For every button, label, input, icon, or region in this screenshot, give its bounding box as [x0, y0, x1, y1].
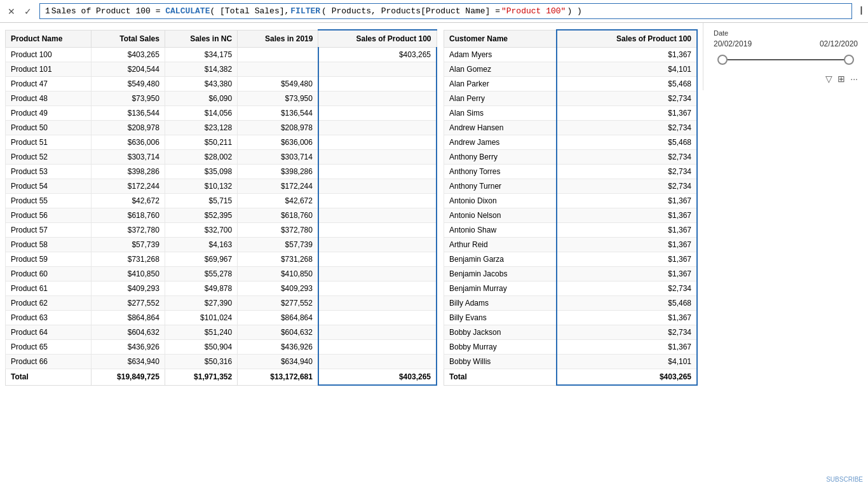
right-table-cell: $1,367 — [557, 311, 697, 325]
table-icon[interactable]: ⊞ — [837, 74, 845, 84]
right-table-row: Bobby Murray$1,367 — [444, 340, 698, 355]
left-table-cell: $57,739 — [238, 238, 318, 252]
left-table-cell: $398,286 — [92, 165, 165, 179]
left-table-cell: $731,268 — [92, 252, 165, 267]
right-table-cell: $5,468 — [557, 296, 697, 311]
date-slider[interactable] — [714, 53, 858, 66]
left-table-row: Product 56$618,760$52,395$618,760 — [6, 208, 437, 223]
right-table-header-row: Customer Name Sales of Product 100 — [444, 30, 698, 48]
left-table-cell: Product 62 — [6, 296, 92, 311]
right-table-cell: $5,468 — [557, 135, 697, 150]
left-table-cell — [318, 325, 437, 340]
left-table-cell: $14,382 — [165, 62, 237, 77]
left-table-row: Product 64$604,632$51,240$604,632 — [6, 325, 437, 340]
right-table-cell: $4,101 — [557, 355, 697, 369]
left-table-cell: $35,098 — [165, 165, 237, 179]
left-table-cell — [318, 296, 437, 311]
filter-icon[interactable]: ▽ — [825, 74, 832, 84]
slider-thumb-left[interactable] — [717, 55, 728, 65]
left-table-cell: $409,293 — [92, 281, 165, 296]
left-table-cell: Product 51 — [6, 135, 92, 150]
left-table-row: Product 48$73,950$6,090$73,950 — [6, 92, 437, 106]
left-table-footer: Total$19,849,725$1,971,352$13,172,681$40… — [6, 369, 437, 386]
left-table-footer-cell: $1,971,352 — [165, 369, 237, 386]
left-table-cell — [318, 267, 437, 281]
right-table-cell: Anthony Turner — [444, 179, 557, 194]
slider-fill — [720, 59, 851, 60]
left-table-cell: $42,672 — [238, 194, 318, 208]
left-table-cell — [318, 165, 437, 179]
left-table-cell: $549,480 — [238, 77, 318, 92]
right-table-cell: $1,367 — [557, 340, 697, 355]
left-table-cell: $51,240 — [165, 325, 237, 340]
right-table-row: Anthony Turner$2,734 — [444, 179, 698, 194]
right-table-cell: Benjamin Garza — [444, 252, 557, 267]
left-table-cell: $277,552 — [238, 296, 318, 311]
left-table-cell: $73,950 — [238, 92, 318, 106]
right-table-cell: Adam Myers — [444, 48, 557, 62]
left-table-cell: $6,090 — [165, 92, 237, 106]
left-table-row: Product 54$172,244$10,132$172,244 — [6, 179, 437, 194]
left-table-cell: $69,967 — [165, 252, 237, 267]
right-table-cell: $2,734 — [557, 165, 697, 179]
right-table-row: Antonio Dixon$1,367 — [444, 194, 698, 208]
left-table-cell: Product 61 — [6, 281, 92, 296]
left-table-cell: $136,544 — [238, 106, 318, 121]
formula-icon-group: ✕ ✓ — [5, 5, 34, 18]
right-table-row: Anthony Torres$2,734 — [444, 165, 698, 179]
left-table-cell: $409,293 — [238, 281, 318, 296]
right-table-cell: Antonio Nelson — [444, 208, 557, 223]
left-table-row: Product 59$731,268$69,967$731,268 — [6, 252, 437, 267]
left-table-cell — [318, 355, 437, 369]
col-sales-2019: Sales in 2019 — [238, 30, 318, 48]
left-table-cell: $372,780 — [92, 223, 165, 238]
right-table-cell: $1,367 — [557, 194, 697, 208]
right-table-cell: $1,367 — [557, 208, 697, 223]
right-table-cell: Benjamin Murray — [444, 281, 557, 296]
left-table-cell: $73,950 — [92, 92, 165, 106]
left-table-cell: $636,006 — [92, 135, 165, 150]
left-table-cell: $604,632 — [238, 325, 318, 340]
right-table-cell: $5,468 — [557, 77, 697, 92]
right-table-row: Arthur Reid$1,367 — [444, 238, 698, 252]
left-table-cell: $436,926 — [238, 340, 318, 355]
cancel-icon[interactable]: ✕ — [5, 5, 18, 18]
left-table-cell — [318, 238, 437, 252]
left-table-cell: $43,380 — [165, 77, 237, 92]
left-table-footer-cell: $403,265 — [318, 369, 437, 386]
right-table-row: Benjamin Garza$1,367 — [444, 252, 698, 267]
formula-filter-part: FILTER — [290, 6, 320, 16]
date-start: 20/02/2019 — [714, 39, 752, 48]
left-table-cell: $50,211 — [165, 135, 237, 150]
left-table-row: Product 65$436,926$50,904$436,926 — [6, 340, 437, 355]
right-table-cell: $2,734 — [557, 92, 697, 106]
right-table-row: Billy Adams$5,468 — [444, 296, 698, 311]
formula-string-value: "Product 100" — [501, 6, 566, 16]
right-table-footer-cell: $403,265 — [557, 369, 697, 386]
right-table-cell: $1,367 — [557, 238, 697, 252]
confirm-icon[interactable]: ✓ — [22, 5, 34, 18]
more-options-icon[interactable]: ··· — [850, 74, 858, 84]
right-table-scroll[interactable]: Customer Name Sales of Product 100 Adam … — [444, 29, 698, 482]
left-table-row: Product 50$208,978$23,128$208,978 — [6, 121, 437, 135]
left-table-cell: Product 53 — [6, 165, 92, 179]
left-table-cell: Product 52 — [6, 150, 92, 165]
right-table-cell: Bobby Willis — [444, 355, 557, 369]
left-table-cell: $604,632 — [92, 325, 165, 340]
left-table-cell: $172,244 — [92, 179, 165, 194]
right-table-cell: $2,734 — [557, 179, 697, 194]
left-table-row: Product 63$864,864$101,024$864,864 — [6, 311, 437, 325]
left-table-cell: $136,544 — [92, 106, 165, 121]
left-table-row: Product 52$303,714$28,002$303,714 — [6, 150, 437, 165]
left-table-row: Product 53$398,286$35,098$398,286 — [6, 165, 437, 179]
right-table-cell: Antonio Shaw — [444, 223, 557, 238]
slider-thumb-right[interactable] — [844, 55, 854, 65]
left-table-scroll[interactable]: Product Name Total Sales Sales in NC Sal… — [5, 29, 437, 482]
left-table-row: Product 62$277,552$27,390$277,552 — [6, 296, 437, 311]
right-table-cell: Anthony Berry — [444, 150, 557, 165]
right-table-row: Antonio Shaw$1,367 — [444, 223, 698, 238]
left-table-cell: $410,850 — [238, 267, 318, 281]
left-table-cell — [318, 179, 437, 194]
left-table-row: Product 101$204,544$14,382 — [6, 62, 437, 77]
formula-input[interactable]: 1 Sales of Product 100 = CALCULATE( [Tot… — [39, 3, 852, 19]
